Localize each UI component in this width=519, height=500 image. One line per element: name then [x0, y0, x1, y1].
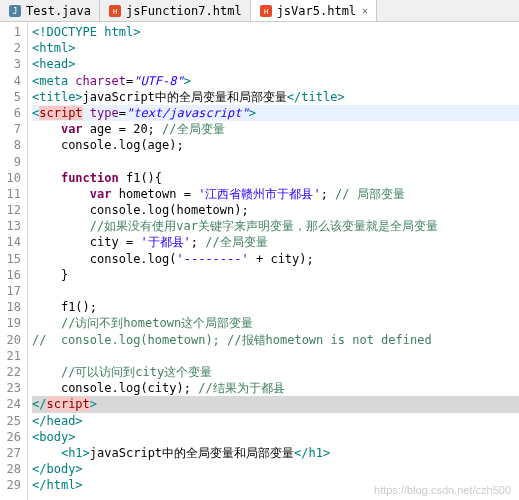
svg-text:H: H [264, 8, 268, 16]
code-area[interactable]: <!DOCTYPE html> <html> <head> <meta char… [28, 22, 519, 500]
html-file-icon: H [259, 4, 273, 18]
tab-jsfunction7[interactable]: H jsFunction7.html [100, 0, 251, 21]
tab-test-java[interactable]: J Test.java [0, 0, 100, 21]
tab-label: Test.java [26, 4, 91, 18]
line-gutter: 1234567891011121314151617181920212223242… [0, 22, 28, 500]
tab-label: jsVar5.html [277, 4, 356, 18]
tab-jsvar5[interactable]: H jsVar5.html ✕ [251, 0, 378, 21]
code-text: <!DOCTYPE html> [32, 25, 140, 39]
tab-label: jsFunction7.html [126, 4, 242, 18]
watermark: https://blog.csdn.net/czh500 [374, 484, 511, 496]
svg-text:H: H [113, 8, 117, 16]
close-icon[interactable]: ✕ [362, 5, 368, 16]
code-editor[interactable]: 1234567891011121314151617181920212223242… [0, 22, 519, 500]
html-file-icon: H [108, 4, 122, 18]
tab-bar: J Test.java H jsFunction7.html H jsVar5.… [0, 0, 519, 22]
svg-text:J: J [13, 7, 18, 16]
java-file-icon: J [8, 4, 22, 18]
